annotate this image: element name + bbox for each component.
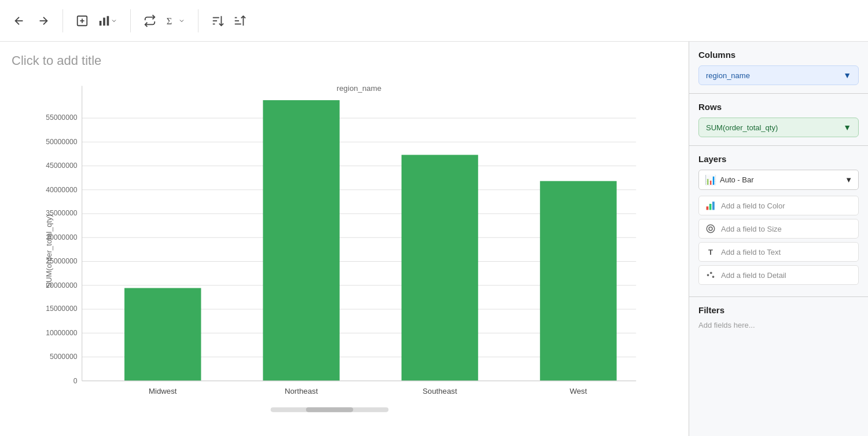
svg-point-50 <box>712 276 715 278</box>
svg-text:15000000: 15000000 <box>46 305 78 313</box>
size-icon-svg <box>705 224 716 234</box>
chart-type-button[interactable] <box>94 11 121 31</box>
layers-title: Layers <box>698 154 859 164</box>
svg-text:30000000: 30000000 <box>46 233 78 241</box>
svg-text:0: 0 <box>73 377 78 385</box>
bar-midwest[interactable] <box>124 288 201 380</box>
y-axis-label: SUM(order_total_qty) <box>45 214 53 288</box>
rows-field-value: SUM(order_total_qty) <box>706 123 778 132</box>
svg-rect-6 <box>103 17 105 25</box>
label-northeast: Northeast <box>285 387 318 395</box>
forward-button[interactable] <box>34 11 53 31</box>
size-field-row[interactable]: Add a field to Size <box>698 219 859 239</box>
bar-northeast[interactable] <box>263 100 339 381</box>
svg-text:40000000: 40000000 <box>46 186 78 194</box>
label-west: West <box>569 387 587 395</box>
text-field-row[interactable]: T Add a field to Text <box>698 242 859 262</box>
toolbar-group-add <box>72 11 121 31</box>
color-field-row[interactable]: Add a field to Color <box>698 196 859 215</box>
bar-southeast[interactable] <box>402 155 478 380</box>
rows-field-dropdown[interactable]: SUM(order_total_qty) ▼ <box>698 118 859 137</box>
sort-asc-button[interactable] <box>208 11 227 31</box>
sort-desc-button[interactable] <box>230 11 249 31</box>
text-icon: T <box>705 246 716 258</box>
svg-rect-7 <box>107 16 109 25</box>
rows-dropdown-arrow: ▼ <box>843 123 851 132</box>
layers-type-dropdown[interactable]: 📊 Auto - Bar ▼ <box>698 170 859 190</box>
color-icon <box>705 200 716 211</box>
svg-text:55000000: 55000000 <box>46 113 78 122</box>
columns-title: Columns <box>698 50 859 60</box>
toolbar-group-sort <box>208 11 249 31</box>
columns-field-dropdown[interactable]: region_name ▼ <box>698 65 859 85</box>
svg-point-48 <box>707 274 709 276</box>
text-field-label: Add a field to Text <box>721 248 781 257</box>
back-button[interactable] <box>9 11 29 31</box>
color-icon-svg <box>705 200 716 211</box>
toolbar-separator-1 <box>62 9 63 32</box>
detail-icon-svg <box>705 270 716 280</box>
label-midwest: Midwest <box>149 387 177 395</box>
detail-field-row[interactable]: Add a field to Detail <box>698 265 859 285</box>
x-axis-label: region_name <box>337 84 381 93</box>
toolbar-group-swap: Σ <box>140 11 189 31</box>
svg-point-49 <box>710 272 712 274</box>
filters-title: Filters <box>698 305 859 315</box>
size-field-label: Add a field to Size <box>721 225 782 233</box>
svg-rect-42 <box>306 408 353 412</box>
bar-west[interactable] <box>540 181 616 381</box>
color-field-label: Add a field to Color <box>721 201 785 210</box>
chart-svg: SUM(order_total_qty) 0 5000000 10000000 … <box>12 74 677 422</box>
columns-section: Columns region_name ▼ <box>689 42 868 94</box>
size-icon <box>705 223 716 235</box>
svg-point-47 <box>709 227 712 230</box>
columns-dropdown-arrow: ▼ <box>843 71 851 80</box>
main-layout: Click to add title SUM(order_total_qty) … <box>0 42 868 436</box>
svg-text:25000000: 25000000 <box>46 257 78 265</box>
detail-field-label: Add a field to Detail <box>721 271 786 280</box>
svg-text:45000000: 45000000 <box>46 162 78 170</box>
layers-type-value: Auto - Bar <box>720 175 754 184</box>
label-southeast: Southeast <box>422 387 457 395</box>
svg-rect-43 <box>707 207 709 210</box>
chart-title[interactable]: Click to add title <box>12 53 677 68</box>
svg-rect-44 <box>709 204 712 210</box>
layers-dropdown-arrow: ▼ <box>845 175 852 184</box>
svg-text:35000000: 35000000 <box>46 209 78 217</box>
columns-field-value: region_name <box>706 71 750 80</box>
rows-section: Rows SUM(order_total_qty) ▼ <box>689 94 868 146</box>
svg-text:5000000: 5000000 <box>50 353 78 361</box>
detail-icon <box>705 269 716 281</box>
right-panel: Columns region_name ▼ Rows SUM(order_tot… <box>689 42 868 436</box>
chart-container: SUM(order_total_qty) 0 5000000 10000000 … <box>12 74 677 422</box>
toolbar-separator-3 <box>198 9 198 32</box>
toolbar-separator-2 <box>130 9 131 32</box>
filters-placeholder: Add fields here... <box>698 321 859 329</box>
svg-rect-5 <box>100 21 102 25</box>
layers-section: Layers 📊 Auto - Bar ▼ Add a field to <box>689 146 868 297</box>
aggregate-button[interactable]: Σ <box>162 11 189 31</box>
toolbar: Σ <box>0 0 868 42</box>
swap-button[interactable] <box>140 11 160 31</box>
rows-title: Rows <box>698 102 859 112</box>
svg-point-46 <box>707 225 715 233</box>
chart-area: Click to add title SUM(order_total_qty) … <box>0 42 689 436</box>
layers-chart-icon: 📊 <box>705 174 716 185</box>
svg-text:10000000: 10000000 <box>46 329 78 337</box>
filters-section: Filters Add fields here... <box>689 297 868 338</box>
svg-rect-45 <box>712 201 715 210</box>
svg-text:Σ: Σ <box>167 15 172 26</box>
svg-text:20000000: 20000000 <box>46 281 78 290</box>
add-sheet-button[interactable] <box>72 11 92 31</box>
svg-text:50000000: 50000000 <box>46 138 78 146</box>
